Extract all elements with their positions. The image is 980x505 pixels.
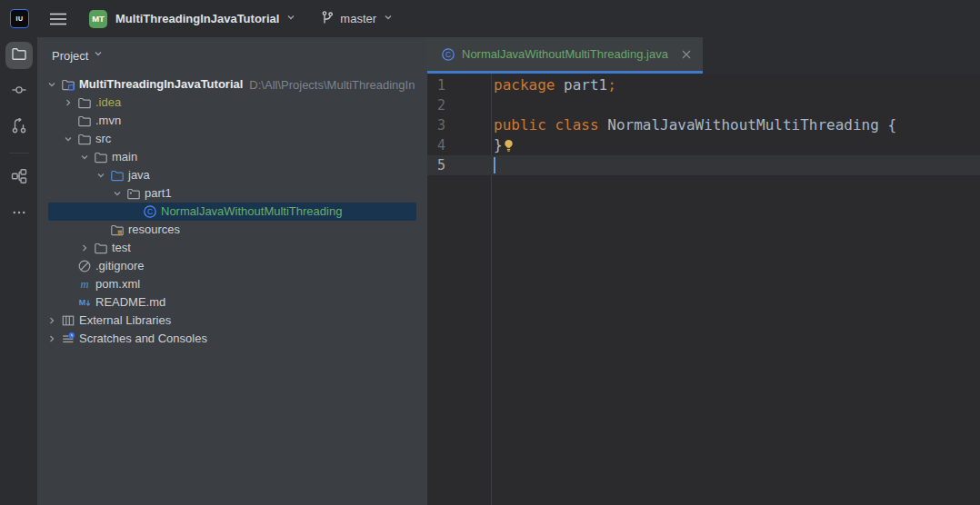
tree-row[interactable]: part1 — [37, 184, 427, 203]
tree-row[interactable]: test — [37, 239, 427, 257]
code-line[interactable]: 4} — [427, 135, 980, 155]
folder-source-icon — [110, 168, 125, 183]
code-token: class — [555, 115, 598, 135]
stripe-divider — [9, 153, 29, 153]
code-token: NormalJavaWithoutMultiThreading { — [599, 115, 897, 135]
code-token: package — [494, 75, 555, 95]
tree-row[interactable]: External Libraries — [37, 312, 427, 330]
tree-row[interactable]: Scratches and Consoles — [37, 330, 427, 348]
scratches-icon — [61, 332, 75, 346]
tree-item-label: .idea — [95, 94, 121, 112]
more-tool-windows-button[interactable] — [5, 201, 33, 228]
chevron-right-icon[interactable] — [77, 241, 92, 255]
tree-item-label: java — [128, 166, 150, 184]
tree-row[interactable]: resources — [37, 221, 427, 239]
main-toolbar: IU MT MultiThreadingInJavaTutorial maste… — [0, 0, 980, 37]
chevron-down-icon[interactable] — [45, 77, 59, 92]
line-number: 2 — [427, 95, 491, 115]
code-line[interactable]: 1package part1; — [427, 75, 980, 95]
chevron-spacer — [61, 295, 75, 310]
chevron-down-icon[interactable] — [61, 132, 75, 146]
main-menu-button[interactable] — [43, 5, 74, 33]
commit-icon — [11, 82, 27, 102]
editor-tab[interactable]: C NormalJavaWithoutMultiThreading.java — [427, 37, 703, 74]
class-icon: C — [441, 47, 455, 62]
code-lines: 1package part1;23public class NormalJava… — [427, 74, 980, 175]
tree-item-label: resources — [128, 221, 180, 239]
tree-row[interactable]: mpom.xml — [37, 275, 427, 293]
svg-text:m: m — [80, 278, 88, 291]
markdown-icon: M — [77, 295, 92, 310]
folder-icon — [11, 45, 27, 65]
chevron-right-icon[interactable] — [61, 95, 75, 110]
ignored-icon — [77, 259, 92, 273]
git-branch-icon — [320, 10, 335, 28]
chevron-down-icon — [91, 46, 105, 64]
chevron-down-icon[interactable] — [77, 150, 92, 164]
code-token: ; — [607, 75, 616, 95]
structure-icon — [11, 168, 27, 188]
code-line-text: public class NormalJavaWithoutMultiThrea… — [491, 115, 896, 135]
folder-icon — [77, 132, 92, 146]
tree-row[interactable]: CNormalJavaWithoutMultiThreading — [37, 203, 427, 221]
ellipsis-icon — [11, 204, 27, 224]
chevron-down-icon — [284, 10, 298, 28]
code-token — [546, 115, 555, 135]
tree-row[interactable]: .mvn — [37, 112, 427, 130]
code-editor[interactable]: 1package part1;23public class NormalJava… — [427, 74, 980, 505]
tree-row[interactable]: MREADME.md — [37, 293, 427, 312]
project-folder-icon — [61, 77, 75, 92]
project-widget[interactable]: MT MultiThreadingInJavaTutorial — [85, 5, 302, 33]
tree-item-path: D:\All\Projects\MultiThreadingIn — [249, 78, 415, 92]
chevron-right-icon[interactable] — [45, 313, 59, 328]
tree-item-label: External Libraries — [79, 312, 171, 330]
tree-row[interactable]: .gitignore — [37, 257, 427, 275]
tab-filename: NormalJavaWithoutMultiThreading.java — [462, 47, 668, 61]
tree-item-label: test — [112, 239, 131, 257]
code-line[interactable]: 5 — [427, 155, 980, 175]
pull-requests-tool-button[interactable] — [5, 114, 33, 142]
intellij-logo-icon[interactable]: IU — [10, 9, 29, 28]
code-line[interactable]: 3public class NormalJavaWithoutMultiThre… — [427, 115, 980, 135]
commit-tool-button[interactable] — [5, 78, 33, 105]
project-panel-header[interactable]: Project — [37, 37, 427, 74]
folder-icon — [77, 114, 92, 128]
tree-row[interactable]: main — [37, 148, 427, 166]
vcs-widget[interactable]: master — [316, 5, 399, 33]
code-line-text: } — [491, 135, 515, 155]
tree-row[interactable]: MultiThreadingInJavaTutorialD:\All\Proje… — [37, 75, 427, 94]
tree-row[interactable]: java — [37, 166, 427, 184]
chevron-spacer — [61, 114, 75, 128]
code-token — [555, 75, 564, 95]
tree-item-label: README.md — [95, 293, 165, 312]
intention-bulb-icon[interactable] — [502, 138, 515, 153]
tree-row[interactable]: .idea — [37, 94, 427, 112]
close-icon[interactable] — [679, 47, 694, 62]
hamburger-icon — [50, 13, 66, 25]
maven-icon: m — [77, 277, 92, 292]
code-line-text — [491, 155, 494, 175]
line-number: 1 — [427, 75, 491, 95]
code-line-text: package part1; — [491, 75, 616, 95]
chevron-spacer — [94, 223, 108, 237]
structure-tool-button[interactable] — [5, 164, 33, 192]
project-tool-button[interactable] — [5, 42, 33, 69]
code-line[interactable]: 2 — [427, 95, 980, 115]
line-number: 5 — [427, 155, 491, 175]
tree-item-label: .mvn — [95, 112, 121, 130]
line-number: 3 — [427, 115, 491, 135]
tree-item-label: .gitignore — [95, 257, 144, 275]
code-token: public — [494, 115, 546, 135]
folder-icon — [94, 150, 108, 164]
chevron-down-icon[interactable] — [110, 186, 125, 201]
chevron-down-icon[interactable] — [94, 168, 108, 183]
chevron-down-icon — [381, 10, 395, 28]
text-caret — [494, 157, 495, 173]
svg-text:C: C — [445, 49, 451, 58]
tree-row[interactable]: src — [37, 130, 427, 148]
tree-item-label: main — [112, 148, 137, 166]
project-panel-title: Project — [52, 49, 88, 63]
branch-name: master — [340, 12, 376, 25]
class-icon: C — [143, 204, 157, 219]
chevron-right-icon[interactable] — [45, 332, 59, 346]
